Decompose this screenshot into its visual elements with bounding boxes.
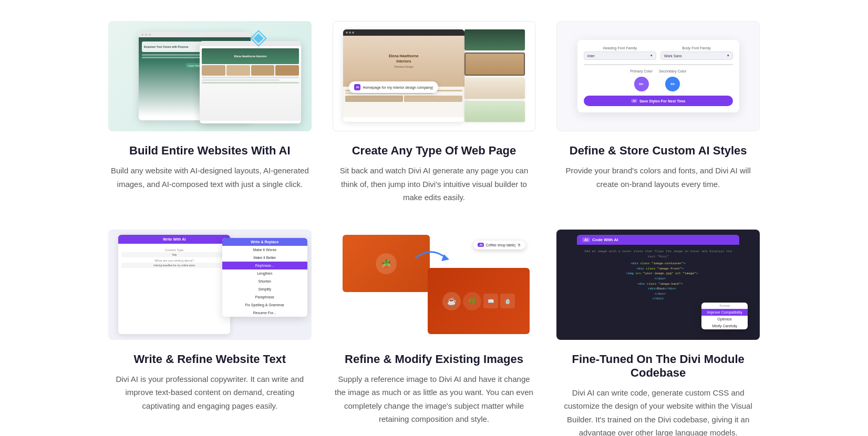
card-write-refine: Write With AI Content Type Title What ar… xyxy=(108,230,312,437)
card-title-create: Create Any Type Of Web Page xyxy=(352,144,516,158)
card-desc-write: Divi AI is your professional copywriter.… xyxy=(110,372,309,413)
menu-item-lengthen[interactable]: Lengthen xyxy=(222,269,307,277)
card-image-write: Write With AI Content Type Title What ar… xyxy=(108,230,312,340)
secondary-color-label: Secondary Color xyxy=(659,69,686,73)
primary-color-swatch[interactable]: ✏ xyxy=(634,77,649,91)
format-optimize[interactable]: Optimize xyxy=(701,316,747,323)
browser-main: Elena HawthorneInteriors Timeless Design xyxy=(343,29,464,122)
card-image-code: AI Code With AI Add an image with a hove… xyxy=(556,230,760,340)
code-body: Add an image with a hover state that fli… xyxy=(577,245,739,306)
image-prompt-box: AI Coffee shop table| 🖱 xyxy=(473,241,525,250)
primary-color-label: Primary Color xyxy=(630,69,653,73)
heading-font-label: Heading Font Family xyxy=(584,46,656,50)
card-image-create: Elena HawthorneInteriors Timeless Design xyxy=(333,21,536,131)
dropdown-top: Write & Replace xyxy=(222,238,307,246)
card-desc-images: Supply a reference image to Divi AI and … xyxy=(334,372,534,426)
menu-item-simplify[interactable]: Simplify xyxy=(222,285,307,293)
card-title-write: Write & Refine Website Text xyxy=(133,352,286,366)
code-header: AI Code With AI xyxy=(577,235,739,245)
card-define-styles: Heading Font Family Inter ▾ Body Font Fa… xyxy=(556,21,760,204)
card-build-websites: Empower Your Future with Purpose Learn M… xyxy=(108,21,312,204)
menu-item-shorten[interactable]: Shorten xyxy=(222,277,307,285)
card-title-define: Define & Store Custom AI Styles xyxy=(570,144,747,158)
format-improve[interactable]: Improve Compatibility xyxy=(701,309,747,316)
format-label: Format xyxy=(701,303,747,309)
content-type-field: Title xyxy=(121,252,227,257)
card-image-modify: 🪴 ☕ 🌿 📖 🍵 AI Coffee shop table| xyxy=(333,230,536,340)
format-minify[interactable]: Minify Carefully xyxy=(701,323,747,329)
save-styles-button[interactable]: AI Save Styles For Next Time xyxy=(584,96,733,106)
write-dropdown-menu: Write & Replace Make it Worse Make it Be… xyxy=(222,238,307,317)
features-grid: Empower Your Future with Purpose Learn M… xyxy=(66,0,802,436)
card-title-code: Fine-Tuned On The Divi Module Codebase xyxy=(556,352,760,380)
body-font-label: Body Font Family xyxy=(660,46,733,50)
menu-item-resume[interactable]: Resume For... xyxy=(222,309,307,317)
styles-panel: Heading Font Family Inter ▾ Body Font Fa… xyxy=(577,40,739,112)
card-desc-define: Provide your brand's colors and fonts, a… xyxy=(559,164,758,191)
write-panel: Write With AI Content Type Title What ar… xyxy=(118,235,230,334)
format-dropdown: Format Improve Compatibility Optimize Mi… xyxy=(701,303,747,329)
card-create-webpage: Elena HawthorneInteriors Timeless Design xyxy=(333,21,536,204)
menu-item-spelling[interactable]: Fix Spelling & Grammar xyxy=(222,301,307,309)
menu-item-paraphrase[interactable]: Paraphrase xyxy=(222,293,307,301)
heading-font-select[interactable]: Inter ▾ xyxy=(584,51,656,60)
body-font-select[interactable]: Work Sans ▾ xyxy=(660,51,733,60)
card-image-build: Empower Your Future with Purpose Learn M… xyxy=(108,21,312,131)
write-panel-header: Write With AI xyxy=(118,235,230,244)
browser-mock-front: Elena Hawthorne Interiors xyxy=(200,41,301,124)
card-desc-code: Divi AI can write code, generate custom … xyxy=(559,386,758,437)
card-desc-build: Build any website with AI-designed layou… xyxy=(110,164,309,191)
code-panel: AI Code With AI Add an image with a hove… xyxy=(577,235,739,334)
ai-prompt-box: AI Homepage for my interior design compa… xyxy=(349,81,438,93)
writing-about-field: Inticing headline for my online store xyxy=(121,263,227,268)
card-image-define: Heading Font Family Inter ▾ Body Font Fa… xyxy=(556,21,760,131)
image-after: ☕ 🌿 📖 🍵 xyxy=(428,268,529,334)
card-code-module: AI Code With AI Add an image with a hove… xyxy=(556,230,760,437)
secondary-color-swatch[interactable]: ✏ xyxy=(665,77,680,91)
menu-item-rephrase[interactable]: Rephrase... xyxy=(222,262,307,269)
card-title-images: Refine & Modify Existing Images xyxy=(345,352,523,366)
page-thumbnails xyxy=(464,29,525,122)
card-modify-images: 🪴 ☕ 🌿 📖 🍵 AI Coffee shop table| xyxy=(333,230,536,437)
card-desc-create: Sit back and watch Divi AI generate any … xyxy=(334,164,534,204)
ai-icon: AI xyxy=(354,84,360,90)
card-title-build: Build Entire Websites With AI xyxy=(129,144,291,158)
ai-diamond-icon xyxy=(250,30,267,47)
prompt-text: Homepage for my interior design company| xyxy=(363,86,433,89)
menu-item-better[interactable]: Make it Better xyxy=(222,254,307,262)
menu-item-worse[interactable]: Make it Worse xyxy=(222,246,307,254)
